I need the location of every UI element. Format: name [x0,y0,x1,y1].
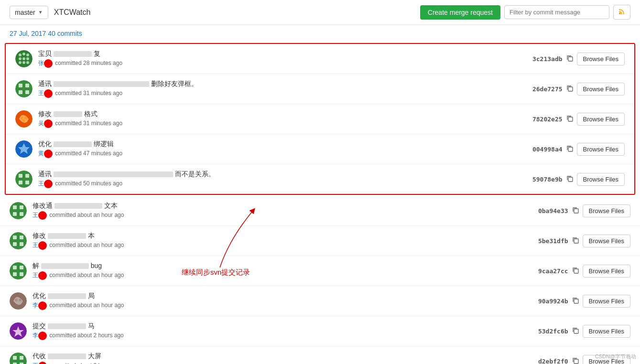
commit-hash: 90a9924b [538,298,568,305]
author-name: 王 [33,272,48,278]
browse-files-button[interactable]: Browse Files [583,265,630,278]
browse-files-button[interactable]: Browse Files [583,235,630,247]
commit-time: committed about an hour ago [49,272,124,278]
svg-rect-14 [25,84,29,87]
svg-rect-37 [574,209,578,213]
commit-time: committed 31 minutes ago [55,90,122,96]
copy-icon[interactable] [566,145,573,153]
commit-time: committed about an hour ago [49,212,124,218]
commits-summary: 27 Jul, 2017 40 commits [0,25,640,42]
svg-point-8 [19,61,22,64]
commit-row: 提交 马 李 committed about 2 hours ago 53d2f… [0,316,640,346]
svg-rect-34 [20,205,23,209]
commit-title: 修改 格式 [38,110,373,118]
svg-rect-30 [25,181,29,184]
commit-row: 优化 绑逻辑 黄 committed 47 minutes ago 004998… [6,134,634,164]
rss-button[interactable] [613,5,630,20]
browse-files-button[interactable]: Browse Files [577,113,625,126]
commit-title: 宝贝 复 [38,50,373,58]
svg-rect-35 [13,212,17,216]
filter-input[interactable] [504,5,609,19]
commit-info: 解 bug 王 committed about an hour ago [33,262,532,280]
svg-rect-11 [568,57,573,61]
author-name: 王 [38,90,54,96]
author-name: 王 [38,180,54,187]
author-name: 李 [33,302,48,309]
avatar [15,50,33,67]
commit-hash: 5be31dfb [538,237,568,245]
svg-rect-49 [574,269,578,273]
copy-icon[interactable] [572,207,579,215]
copy-icon[interactable] [572,357,579,364]
commit-title: 通讯 删除好友弹框。 [38,80,373,88]
svg-point-21 [22,119,25,122]
browse-files-button[interactable]: Browse Files [583,325,630,338]
commit-time: committed about an hour ago [49,242,124,248]
commit-hash: 78202e25 [532,116,563,123]
copy-icon[interactable] [572,327,579,335]
copy-icon[interactable] [566,115,573,123]
commit-title: 代收 大屏 [33,352,367,361]
svg-point-9 [22,61,25,64]
commit-time: committed about an hour ago [49,302,124,309]
commit-title: 优化 绑逻辑 [38,140,373,149]
avatar [10,232,27,249]
browse-files-button[interactable]: Browse Files [583,355,630,364]
copy-icon[interactable] [566,175,573,183]
commit-info: 修改通 文本 王 committed about an hour ago [33,202,532,220]
header-bar: master ▼ XTCWatch Create merge request [0,0,640,25]
author-name: 张 [38,60,54,66]
browse-files-button[interactable]: Browse Files [577,143,625,156]
copy-icon[interactable] [572,267,579,275]
commit-time: committed about 2 hours ago [49,332,123,339]
svg-rect-22 [568,117,573,121]
browse-files-button[interactable]: Browse Files [577,173,625,186]
avatar [10,262,27,279]
commit-right: 0ba94e33 Browse Files [538,204,630,217]
avatar [15,80,33,97]
browse-files-button[interactable]: Browse Files [577,53,625,65]
svg-rect-33 [13,205,17,209]
svg-rect-28 [25,174,29,178]
copy-icon[interactable] [572,297,579,305]
commit-title: 优化 局 [33,292,367,300]
chevron-down-icon: ▼ [38,10,43,15]
copy-icon[interactable] [566,55,573,63]
create-merge-button[interactable]: Create merge request [420,5,500,20]
header-right: Create merge request [420,5,630,20]
svg-rect-42 [20,242,23,246]
commit-right: 53d2fc6b Browse Files [538,325,630,338]
commit-meta: 王 committed about an hour ago [33,211,532,220]
commit-info: 通讯 删除好友弹框。 王 committed 31 minutes ago [38,80,527,98]
svg-rect-39 [13,236,17,239]
commit-meta: 吴 committed 31 minutes ago [38,119,527,128]
svg-point-0 [619,12,621,14]
svg-point-4 [26,54,29,56]
branch-selector[interactable]: master ▼ [10,6,48,19]
svg-point-32 [10,202,27,219]
author-name: 王 [33,242,48,248]
browse-files-button[interactable]: Browse Files [583,204,630,217]
commit-time: committed 47 minutes ago [55,150,122,157]
copy-icon[interactable] [572,237,579,245]
svg-rect-17 [568,87,573,91]
commit-right: 90a9924b Browse Files [538,295,630,308]
svg-point-51 [15,299,18,301]
commit-right: 26de7275 Browse Files [532,83,625,96]
svg-rect-53 [574,299,578,303]
svg-point-20 [24,117,27,119]
browse-files-button[interactable]: Browse Files [577,83,625,96]
browse-files-button[interactable]: Browse Files [583,295,630,308]
highlighted-commits-group: 宝贝 复 张 committed 28 minutes ago 3c213adb… [5,43,635,195]
svg-point-10 [26,61,29,64]
svg-point-26 [15,171,33,188]
commit-meta: 王 committed 50 minutes ago [38,180,527,188]
copy-icon[interactable] [566,85,573,93]
avatar [15,171,33,188]
svg-point-38 [10,232,27,249]
commit-title: 修改通 文本 [33,202,367,210]
commit-hash: 0ba94e33 [538,207,568,214]
svg-rect-25 [568,147,573,151]
commit-right: 78202e25 Browse Files [532,113,625,126]
avatar [10,292,27,310]
